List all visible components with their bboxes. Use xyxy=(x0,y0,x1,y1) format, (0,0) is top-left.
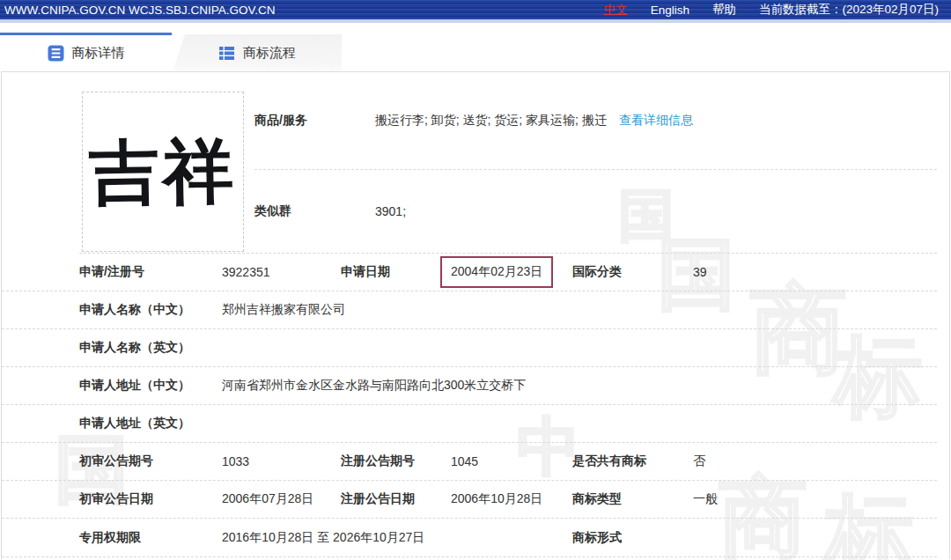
list-bars-icon xyxy=(218,45,235,62)
app-date-label: 申请日期 xyxy=(341,264,451,280)
goods-services-row: 商品/服务 搬运行李; 卸货; 送货; 货运; 家具运输; 搬迁 查看详细信息 xyxy=(254,72,937,170)
table-row: 初审公告期号 1033 注册公告期号 1045 是否共有商标 否 xyxy=(2,443,937,481)
reg-no-value: 3922351 xyxy=(222,265,341,279)
table-row: 申请人名称（英文） xyxy=(2,329,937,367)
table-row: 申请/注册号 3922351 申请日期 2004年02月23日 国际分类 39 xyxy=(2,254,937,291)
help-link[interactable]: 帮助 xyxy=(712,2,736,18)
prelim-date-value: 2006年07月28日 xyxy=(222,491,341,507)
table-row: 申请人名称（中文） 郑州吉祥搬家有限公司 xyxy=(2,291,937,329)
top-bar: WWW.CNIPA.GOV.CN WCJS.SBJ.CNIPA.GOV.CN 中… xyxy=(0,0,951,19)
reg-no-label: 申请/注册号 xyxy=(79,264,222,280)
exclusive-period-label: 专用权期限 xyxy=(79,530,222,546)
data-cutoff-text: 当前数据截至：(2023年02月07日) xyxy=(759,2,939,18)
table-row: 申请人地址（英文） xyxy=(2,405,937,443)
similar-group-label: 类似群 xyxy=(254,203,375,219)
app-date-value-highlighted: 2004年02月23日 xyxy=(440,256,553,288)
table-row: 专用权期限 2016年10月28日 至 2026年10月27日 商标形式 xyxy=(2,519,937,557)
intl-class-label: 国际分类 xyxy=(572,264,693,280)
reg-ann-date-label: 注册公告日期 xyxy=(341,491,451,507)
applicant-cn-label: 申请人名称（中文） xyxy=(79,302,222,318)
panel-content: 吉祥 商品/服务 搬运行李; 卸货; 送货; 货运; 家具运输; 搬迁 查看详细… xyxy=(2,72,949,557)
shared-mark-label: 是否共有商标 xyxy=(572,453,693,469)
prelim-no-value: 1033 xyxy=(222,454,341,468)
intl-class-value: 39 xyxy=(693,265,937,279)
trademark-detail-panel: 国 国 商 标 中 国 商 标 吉祥 商品/服务 搬运行李; 卸货; 送货; 货… xyxy=(1,71,950,559)
address-en-label: 申请人地址（英文） xyxy=(79,416,222,431)
detail-rows: 申请/注册号 3922351 申请日期 2004年02月23日 国际分类 39 … xyxy=(2,254,949,557)
exclusive-period-value: 2016年10月28日 至 2026年10月27日 xyxy=(222,530,572,546)
reg-ann-no-label: 注册公告期号 xyxy=(341,453,451,469)
address-cn-value: 河南省郑州市金水区金水路与南阳路向北300米立交桥下 xyxy=(222,378,937,394)
document-lines-icon xyxy=(48,45,64,62)
reg-ann-date-value: 2006年10月28日 xyxy=(451,491,572,507)
goods-section: 商品/服务 搬运行李; 卸货; 送货; 货运; 家具运输; 搬迁 查看详细信息 … xyxy=(254,72,949,253)
similar-group-row: 类似群 3901; xyxy=(254,170,949,253)
tab-label: 商标详情 xyxy=(72,45,125,62)
tm-form-label: 商标形式 xyxy=(572,530,693,546)
table-row: 初审公告日期 2006年07月28日 注册公告日期 2006年10月28日 商标… xyxy=(2,481,937,519)
similar-group-value: 3901; xyxy=(375,204,406,218)
shared-mark-value: 否 xyxy=(693,453,937,469)
trademark-calligraphy-text: 吉祥 xyxy=(88,136,237,209)
tab-trademark-process[interactable]: 商标流程 xyxy=(173,34,342,71)
prelim-date-label: 初审公告日期 xyxy=(79,491,222,507)
tab-bar: 商标详情 商标流程 xyxy=(0,23,951,71)
tab-trademark-details[interactable]: 商标详情 xyxy=(0,33,172,71)
tab-label: 商标流程 xyxy=(243,45,296,62)
tm-type-label: 商标类型 xyxy=(572,491,693,507)
view-details-link[interactable]: 查看详细信息 xyxy=(619,113,693,129)
address-cn-label: 申请人地址（中文） xyxy=(79,378,222,394)
goods-services-label: 商品/服务 xyxy=(254,113,375,129)
reg-ann-no-value: 1045 xyxy=(451,454,572,468)
lang-chinese-link[interactable]: 中文 xyxy=(604,2,628,18)
table-row: 申请人地址（中文） 河南省郑州市金水区金水路与南阳路向北300米立交桥下 xyxy=(2,367,937,405)
goods-services-value: 搬运行李; 卸货; 送货; 货运; 家具运输; 搬迁 xyxy=(375,113,607,129)
tm-type-value: 一般 xyxy=(693,491,937,507)
site-url: WWW.CNIPA.GOV.CN WCJS.SBJ.CNIPA.GOV.CN xyxy=(4,4,276,17)
applicant-en-label: 申请人名称（英文） xyxy=(79,340,222,356)
topbar-links: 中文 English 帮助 当前数据截至：(2023年02月07日) xyxy=(604,2,939,18)
applicant-cn-value: 郑州吉祥搬家有限公司 xyxy=(222,302,937,318)
lang-english-link[interactable]: English xyxy=(651,4,689,17)
prelim-no-label: 初审公告期号 xyxy=(79,453,222,469)
trademark-image: 吉祥 xyxy=(82,92,244,252)
